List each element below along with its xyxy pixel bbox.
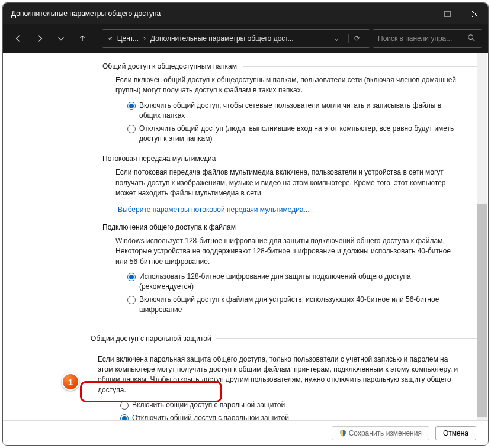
maximize-button[interactable]: [434, 3, 461, 24]
radio-icon: [120, 414, 129, 420]
section-title: Подключения общего доступа к файлам: [102, 223, 242, 231]
section-line: [222, 159, 477, 159]
search-input[interactable]: [378, 34, 467, 43]
breadcrumb-dropdown-icon[interactable]: ⌄: [328, 34, 345, 43]
section-title: Общий доступ с парольной защитой: [86, 332, 216, 345]
radio-icon: [127, 102, 136, 110]
cancel-button[interactable]: Отмена: [435, 426, 476, 440]
section-desc: Windows использует 128-битное шифрование…: [115, 236, 464, 267]
section-desc: Если потоковая передача файлов мультимед…: [115, 167, 464, 198]
radio-password-enable[interactable]: Включить общий доступ с парольной защито…: [120, 400, 464, 410]
cancel-button-label: Отмена: [443, 429, 468, 437]
titlebar: Дополнительные параметры общего доступа: [3, 3, 488, 24]
minimize-button[interactable]: [406, 3, 434, 24]
breadcrumb-chevron-icon: «: [107, 34, 114, 43]
media-streaming-link[interactable]: Выберите параметры потоковой передачи му…: [118, 205, 310, 214]
svg-point-4: [468, 34, 473, 39]
svg-rect-1: [445, 11, 450, 17]
section-line: [242, 227, 477, 227]
svg-line-5: [473, 38, 475, 41]
radio-icon: [127, 296, 136, 304]
section-line: [216, 338, 477, 339]
section-desc: Если включена парольная защита общего до…: [98, 354, 464, 396]
nav-separator: [97, 31, 97, 46]
radio-public-enable[interactable]: Включить общий доступ, чтобы сетевые пол…: [127, 101, 464, 121]
section-media-streaming: Потоковая передача мультимедиа Если пото…: [3, 154, 488, 220]
breadcrumb-sep-icon: ›: [142, 34, 147, 43]
content-pane: Общий доступ к общедоступным папкам Если…: [3, 53, 488, 420]
up-button[interactable]: [73, 29, 92, 48]
scrollbar-thumb[interactable]: [477, 204, 487, 417]
radio-icon: [120, 401, 129, 410]
back-button[interactable]: [9, 29, 28, 48]
breadcrumb[interactable]: « Цент... › Дополнительные параметры общ…: [102, 29, 370, 48]
section-title: Общий доступ к общедоступным папкам: [102, 62, 243, 70]
section-public-folders: Общий доступ к общедоступным папкам Если…: [3, 62, 488, 151]
save-button-label: Сохранить изменения: [349, 429, 422, 437]
radio-encrypt-40-56[interactable]: Включить общий доступ к файлам для устро…: [127, 295, 464, 315]
radio-encrypt-128[interactable]: Использовать 128-битное шифрование для з…: [127, 272, 464, 292]
window: Дополнительные параметры общего доступа …: [2, 2, 489, 446]
breadcrumb-seg-1[interactable]: Цент...: [117, 34, 139, 43]
section-password-protection: Общий доступ с парольной защитой Если вк…: [3, 332, 488, 420]
section-file-encryption: Подключения общего доступа к файлам Wind…: [3, 223, 488, 323]
close-button[interactable]: [461, 3, 488, 24]
breadcrumb-seg-2[interactable]: Дополнительные параметры общего дост...: [150, 34, 293, 43]
forward-button[interactable]: [30, 29, 49, 48]
section-title: Потоковая передача мультимедиа: [102, 154, 222, 163]
save-button[interactable]: Сохранить изменения: [332, 426, 429, 440]
section-line: [243, 66, 477, 67]
radio-public-disable[interactable]: Отключить общий доступ (люди, выполнивши…: [127, 124, 464, 144]
radio-icon: [127, 273, 136, 281]
refresh-icon[interactable]: ⟳: [348, 34, 365, 43]
section-desc: Если включен общий доступ к общедоступны…: [115, 75, 464, 96]
window-controls: [406, 3, 488, 24]
radio-icon: [127, 125, 136, 133]
radio-password-disable[interactable]: Отключить общий доступ с парольной защит…: [120, 413, 464, 420]
search-box[interactable]: [373, 29, 482, 48]
recent-dropdown-icon[interactable]: [52, 29, 70, 48]
search-icon[interactable]: [467, 34, 477, 44]
footer: Сохранить изменения Отмена: [3, 420, 488, 445]
shield-icon: [339, 430, 346, 437]
window-title: Дополнительные параметры общего доступа: [11, 9, 161, 18]
navbar: « Цент... › Дополнительные параметры общ…: [3, 24, 488, 53]
